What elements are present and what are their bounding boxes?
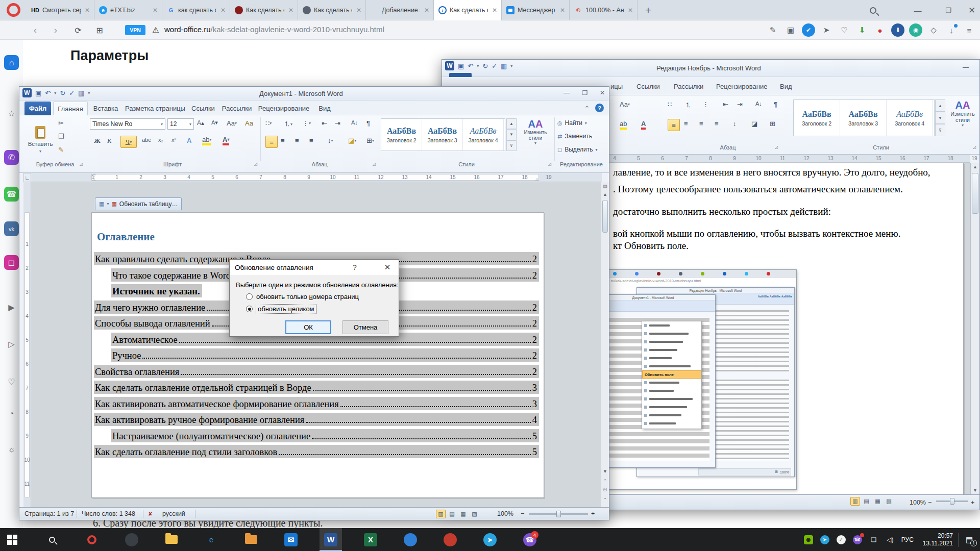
style-item-Заголовок 2[interactable]: АаБбВвЗаголовок 2 [794, 100, 840, 136]
mini-menu-item[interactable] [642, 419, 701, 428]
minimize-ribbon-icon[interactable]: ⌃ [582, 105, 592, 112]
ribbon-tab-Рецензирование[interactable]: Рецензирование [716, 79, 767, 93]
taskbar-excel-icon[interactable]: X [359, 528, 382, 551]
mini-menu-update-field[interactable]: Обновить поле [642, 370, 701, 379]
view-web-icon[interactable]: ▤ [447, 510, 457, 518]
taskbar-globe-icon[interactable] [399, 528, 422, 551]
draw-table-icon[interactable]: ▦ [78, 89, 84, 97]
browser-close-button[interactable]: ✕ [962, 0, 980, 20]
shading-icon[interactable]: ◪ [751, 120, 757, 128]
shield-check-icon[interactable]: ✔ [802, 23, 815, 37]
mini-menu-item[interactable] [642, 354, 701, 362]
zoom-in-icon[interactable]: + [591, 508, 595, 520]
paste-button[interactable]: Вставить▾ [27, 118, 54, 161]
styles-down-icon[interactable]: ▼ [506, 129, 517, 140]
taskbar-folder-icon[interactable] [240, 528, 262, 551]
help-icon[interactable]: ? [595, 104, 604, 112]
tab-close-icon[interactable]: ✕ [423, 7, 430, 14]
cut-icon[interactable]: ✂ [58, 119, 64, 127]
tab-close-icon[interactable]: ✕ [287, 7, 295, 14]
taskbar-viber-icon[interactable]: ☎4 [519, 528, 541, 551]
sort-icon[interactable]: А↓ [351, 119, 358, 126]
redo-icon[interactable]: ↻ [60, 89, 65, 97]
tray-defender-icon[interactable]: ✓ [835, 534, 847, 546]
toc-entry[interactable]: Как сделать оглавление под стили заголов… [94, 445, 539, 458]
mini-menu-item[interactable] [642, 346, 701, 354]
messenger-icon[interactable]: ✆ [4, 150, 19, 165]
ribbon-tab-рецензирование[interactable]: Рецензирование [256, 102, 311, 115]
snapshot-edit-icon[interactable]: ✎ [766, 23, 779, 37]
scroll-down-icon[interactable]: ▼ [601, 467, 609, 475]
find-button[interactable]: ◎Найти▾ [557, 119, 587, 127]
justify-icon[interactable]: ≡ [309, 137, 313, 144]
tab-close-icon[interactable]: ✕ [84, 7, 91, 14]
pilcrow-icon[interactable]: ¶ [366, 119, 370, 127]
mini-menu-item[interactable] [642, 403, 701, 411]
ribbon-tab-Ссылки[interactable]: Ссылки [636, 79, 660, 93]
ribbon-tab-рассылки[interactable]: Рассылки [219, 102, 254, 115]
copy-icon[interactable]: ❐ [58, 133, 64, 140]
tray-nvidia-icon[interactable]: ◉ [802, 534, 815, 546]
undo-icon[interactable]: ↶ [45, 89, 51, 97]
styles-launcher-icon[interactable]: ◿ [548, 162, 551, 166]
ribbon-tab-file[interactable]: Файл [24, 102, 51, 115]
browser-tab[interactable]: ›Как сделать огл✕ [434, 0, 502, 20]
style-item-Заголовок 4[interactable]: АаБбВвЗаголовок 4 [463, 119, 504, 151]
ok-button[interactable]: ОК [285, 320, 331, 334]
change-styles-button[interactable]: АА Изменить стили▾ [520, 118, 551, 145]
ribbon-tab-Рассылки[interactable]: Рассылки [674, 79, 703, 93]
back-vertical-scrollbar[interactable]: ▲ ▼ [970, 163, 979, 494]
toc-field-toolbar[interactable]: ▦ ▾ ▦ Обновить таблицу… [95, 197, 182, 210]
taskbar-search-button[interactable] [41, 528, 63, 551]
adblock-hand-icon[interactable]: ● [873, 23, 887, 37]
align-center-icon[interactable]: ≡ [684, 120, 688, 128]
language-indicator[interactable]: РУС [901, 536, 914, 543]
taskbar-app-red-icon[interactable] [439, 528, 461, 551]
dialog-title-bar[interactable]: Обновление оглавления [230, 260, 399, 275]
tray-viber-icon[interactable]: ☎ [851, 534, 864, 546]
telegram-side-icon[interactable]: ▷ [4, 337, 19, 352]
highlight-icon[interactable]: ab▾ [202, 136, 211, 145]
decrease-indent-icon[interactable]: ⇤ [723, 101, 728, 108]
tray-volume-icon[interactable]: ◁) [884, 534, 896, 546]
subscript-icon[interactable]: x₂ [158, 137, 163, 143]
tray-telegram-icon[interactable]: ➤ [819, 534, 831, 546]
styles-launcher-icon[interactable]: ◿ [973, 145, 976, 149]
styles-up-icon[interactable]: ▲ [506, 118, 517, 129]
clear-formatting-icon[interactable]: Аа [245, 119, 253, 127]
vpn-badge[interactable]: VPN [125, 25, 145, 35]
pilcrow-icon[interactable]: ¶ [774, 101, 777, 108]
taskbar-word-icon[interactable]: W [320, 528, 342, 551]
cancel-button[interactable]: Отмена [342, 320, 388, 334]
browser-tab[interactable]: Gкак сделать огл✕ [162, 0, 230, 20]
vertical-ruler[interactable]: 1234567891011 [23, 182, 31, 508]
zoom-slider-thumb[interactable] [950, 498, 954, 505]
shrink-font-icon[interactable]: А▾ [211, 119, 218, 126]
increase-indent-icon[interactable]: ⇥ [737, 101, 743, 108]
styles-more-icon[interactable]: ⊽ [506, 140, 517, 151]
browse-previous-icon[interactable]: ⌃ [601, 477, 609, 485]
change-case-icon[interactable]: Аа▾ [227, 119, 237, 127]
taskbar-mail-icon[interactable]: ✉ [280, 528, 302, 551]
align-left-icon[interactable]: ≡ [265, 136, 278, 148]
clipboard-launcher-icon[interactable]: ◿ [80, 162, 83, 166]
toc-entry[interactable]: Настраиваемое (полуавтоматическое) оглав… [111, 429, 539, 442]
qat-customize-icon[interactable]: ▾ [510, 64, 512, 68]
new-tab-button[interactable]: + [638, 0, 658, 20]
instagram-icon[interactable]: ◻ [4, 255, 19, 270]
notification-center-icon[interactable]: ▤1 [963, 533, 976, 546]
browser-tab[interactable]: eeTXT.biz✕ [94, 0, 162, 20]
indent-marker-right[interactable]: △ [535, 177, 538, 182]
tab-close-icon[interactable]: ✕ [627, 7, 634, 14]
easy-setup-icon[interactable]: ≡ [963, 23, 976, 37]
view-outline-icon[interactable]: ▦ [873, 497, 883, 506]
zoom-in-icon[interactable]: + [971, 495, 974, 510]
highlight-icon[interactable]: ab [620, 120, 627, 130]
style-item-Заголовок 3[interactable]: АаБбВвЗаголовок 3 [840, 100, 887, 136]
minimize-button[interactable]: — [558, 87, 575, 99]
borders-icon[interactable]: ⊞ [770, 120, 775, 128]
taskbar-app-dark-icon[interactable] [120, 528, 143, 551]
tab-close-icon[interactable]: ✕ [491, 7, 498, 14]
sort-icon[interactable]: А↓ [755, 101, 762, 107]
browser-tab[interactable]: Мессенджер✕ [502, 0, 570, 20]
